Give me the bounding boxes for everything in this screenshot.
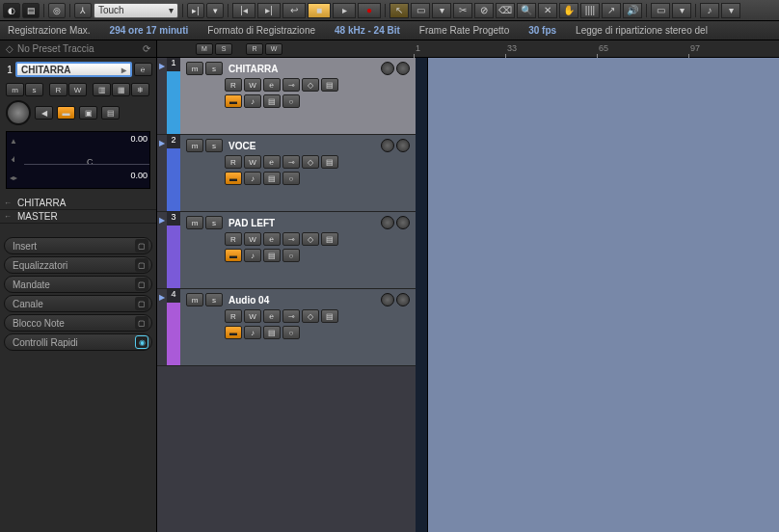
solo-btn[interactable]: s xyxy=(25,83,43,96)
volume-value[interactable]: 0.00 xyxy=(130,134,148,144)
mute-btn[interactable]: m xyxy=(6,83,24,96)
track-lock-btn[interactable]: ○ xyxy=(282,249,300,262)
mute-tool[interactable]: ✕ xyxy=(538,3,557,18)
color-tool[interactable]: ▭ xyxy=(651,3,670,18)
track-timebase-btn[interactable]: ♪ xyxy=(244,249,261,262)
snap-btn[interactable]: ♪ xyxy=(700,3,719,18)
track-folder-btn[interactable]: ▬ xyxy=(225,326,242,339)
track-edit-btn[interactable]: ℮ xyxy=(263,155,281,169)
write-btn[interactable]: W xyxy=(68,83,87,96)
automation-mode-select[interactable]: Touch ▾ xyxy=(94,3,178,18)
section-mandate[interactable]: Mandate▢ xyxy=(4,276,152,293)
track-expand-icon[interactable]: ▶ xyxy=(157,58,167,134)
section-controlli-rapidi[interactable]: Controlli Rapidi◉ xyxy=(4,333,152,351)
goto-start-btn[interactable]: |◂ xyxy=(232,3,255,18)
split-tool[interactable]: ✂ xyxy=(453,3,472,18)
track-edit-btn[interactable]: ℮ xyxy=(263,309,281,323)
track-name-label[interactable]: Audio 04 xyxy=(225,295,379,306)
timebase-btn[interactable]: ▣ xyxy=(79,106,97,120)
track-expand-icon[interactable]: ▶ xyxy=(157,289,167,365)
section-toggle-icon[interactable]: ▢ xyxy=(135,239,148,253)
track-eq-btn[interactable]: ◇ xyxy=(302,232,319,246)
autoscroll-btn[interactable]: ▸| xyxy=(187,3,204,18)
track-timebase-btn[interactable]: ♪ xyxy=(244,326,261,339)
draw-tool[interactable]: |||| xyxy=(580,3,600,18)
preset-menu-icon[interactable]: ⟳ xyxy=(143,43,150,54)
section-toggle-icon[interactable]: ◉ xyxy=(135,335,148,349)
zoom-tool[interactable]: 🔍 xyxy=(517,3,536,18)
track-color-strip[interactable]: 4 xyxy=(167,289,180,365)
pointer-tool[interactable]: ↖ xyxy=(390,3,409,18)
track-insert-btn[interactable]: ⊸ xyxy=(282,232,300,246)
section-insert[interactable]: Insert▢ xyxy=(4,237,152,254)
track-send-btn[interactable]: ▤ xyxy=(321,232,338,246)
track-timebase-btn[interactable]: ♪ xyxy=(244,172,261,185)
section-blocco-note[interactable]: Blocco Note▢ xyxy=(4,314,152,332)
track-write-btn[interactable]: W xyxy=(244,78,261,92)
track-monitor-btn[interactable] xyxy=(396,62,410,75)
track-solo-btn[interactable]: s xyxy=(205,216,223,229)
track-lock-btn[interactable]: ○ xyxy=(282,94,300,108)
track-insert-btn[interactable]: ⊸ xyxy=(282,155,300,169)
track-write-btn[interactable]: W xyxy=(244,232,261,246)
track-eq-btn[interactable]: ◇ xyxy=(302,78,319,92)
glue-tool[interactable]: ⊘ xyxy=(474,3,494,18)
track-color-strip[interactable]: 2 xyxy=(167,135,180,211)
track-insert-btn[interactable]: ⊸ xyxy=(282,309,300,323)
lane-btn[interactable]: ▥ xyxy=(93,83,111,96)
track-color-strip[interactable]: 3 xyxy=(167,212,180,288)
track-eq-btn[interactable]: ◇ xyxy=(302,309,319,323)
track-send-btn[interactable]: ▤ xyxy=(321,155,338,169)
play-tool[interactable]: 🔊 xyxy=(623,3,642,18)
track-write-btn[interactable]: W xyxy=(244,309,261,323)
timewarp-tool[interactable]: ✋ xyxy=(559,3,578,18)
line-tool[interactable]: ↗ xyxy=(602,3,621,18)
time-ruler[interactable]: 1336597 xyxy=(416,40,779,57)
track-solo-btn[interactable]: s xyxy=(205,139,223,152)
range-tool[interactable]: ▭ xyxy=(411,3,430,18)
cycle-btn[interactable]: ↩ xyxy=(282,3,306,18)
folder-btn[interactable]: ▬ xyxy=(57,106,75,120)
track-monitor-btn[interactable] xyxy=(396,139,410,152)
global-write-btn[interactable]: W xyxy=(265,43,282,55)
track-monitor-btn[interactable] xyxy=(396,293,410,306)
track-folder-btn[interactable]: ▬ xyxy=(225,94,242,108)
track-record-btn[interactable] xyxy=(381,293,394,306)
edit-channel-btn[interactable]: ℮ xyxy=(134,63,152,76)
track-monitor-btn[interactable] xyxy=(396,216,410,229)
track-send-btn[interactable]: ▤ xyxy=(321,309,338,323)
track-timebase-btn[interactable]: ♪ xyxy=(244,94,261,108)
track-read-btn[interactable]: R xyxy=(225,78,242,92)
input-routing[interactable]: CHITARRA xyxy=(0,197,156,210)
read-btn[interactable]: R xyxy=(49,83,67,96)
track-read-btn[interactable]: R xyxy=(225,155,242,169)
track-insert-btn[interactable]: ⊸ xyxy=(282,78,300,92)
output-routing[interactable]: MASTER xyxy=(0,210,156,224)
toggle-left-btn[interactable]: ◐ xyxy=(3,3,20,18)
arrange-area[interactable] xyxy=(416,58,779,532)
track-folder-btn[interactable]: ▬ xyxy=(225,249,242,262)
track-row[interactable]: ▶ 3 m s PAD LEFT R W ℮ ⊸ ◇ ▤ ▬ xyxy=(157,212,416,289)
track-folder-btn[interactable]: ▬ xyxy=(225,172,242,185)
section-equalizzatori[interactable]: Equalizzatori▢ xyxy=(4,256,152,274)
track-mute-btn[interactable]: m xyxy=(186,216,203,229)
pan-value[interactable]: 0.00 xyxy=(130,171,148,180)
global-read-btn[interactable]: R xyxy=(246,43,263,55)
track-lock-btn[interactable]: ○ xyxy=(282,172,300,185)
lanes-btn[interactable]: ▤ xyxy=(101,106,120,120)
track-name-label[interactable]: PAD LEFT xyxy=(225,218,379,228)
track-record-btn[interactable] xyxy=(381,216,394,229)
track-name-label[interactable]: VOCE xyxy=(225,141,379,151)
track-send-btn[interactable]: ▤ xyxy=(321,78,338,92)
preset-nav-icon[interactable]: ◇ xyxy=(6,43,13,54)
track-record-btn[interactable] xyxy=(381,139,394,152)
playhead[interactable] xyxy=(427,58,428,532)
monitor-btn[interactable]: ◀ xyxy=(35,106,53,120)
track-mute-btn[interactable]: m xyxy=(186,293,203,306)
global-solo-btn[interactable]: S xyxy=(215,43,232,55)
track-expand-icon[interactable]: ▶ xyxy=(157,135,167,211)
track-lanes-btn[interactable]: ▤ xyxy=(263,172,281,185)
play-btn[interactable]: ▸ xyxy=(333,3,356,18)
track-expand-icon[interactable]: ▶ xyxy=(157,212,167,288)
record-btn[interactable]: ● xyxy=(358,3,381,18)
